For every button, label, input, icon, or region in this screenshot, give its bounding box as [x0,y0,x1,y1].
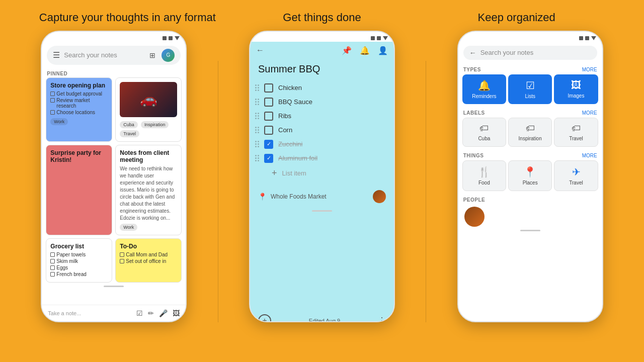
things-more[interactable]: MORE [582,153,597,158]
search-placeholder-3: Search your notes [480,49,591,56]
note-title-bbq: Summer BBQ [250,59,394,81]
tag-cuba[interactable]: Cuba [120,121,138,128]
note-surprise-party[interactable]: Surprise party for Kristin! [46,145,112,235]
status-signal [175,36,180,40]
type-images[interactable]: 🖼 Images [554,74,598,104]
take-note-text[interactable]: Take a note... [48,310,130,316]
location-bar: 📍 Whole Foods Market [250,186,394,207]
checklist-item-alfoil[interactable]: ✓ Aluminum foil [250,151,394,165]
note-client-meeting[interactable]: Notes from client meeting We need to ret… [115,145,182,235]
bottom-icons: ☑ ✏ 🎤 🖼 [136,309,180,317]
people-section [458,207,602,227]
images-label: Images [568,93,585,99]
phone2-nav-bar [312,210,332,212]
status-dot1 [163,36,167,40]
note-client-body: We need to rethink how we handle user ex… [120,165,177,222]
things-label: THINGS [463,153,484,158]
section-done: Get things done [225,10,420,26]
user-avatar[interactable]: G [162,49,175,62]
text-bbq: BBQ Sauce [278,98,312,106]
checkbox-icon[interactable]: ☑ [136,309,143,317]
location-text: Whole Foods Market [271,193,369,200]
checklist-item-bbq[interactable]: BBQ Sauce [250,95,394,109]
labels-label: LABELS [463,110,485,116]
menu-icon[interactable]: ☰ [53,50,60,60]
types-label: TYPES [463,67,481,72]
check-corn[interactable] [264,126,273,135]
text-ribs: Ribs [278,112,291,120]
layout-icon[interactable]: ⊞ [149,51,155,59]
image-icon[interactable]: 🖼 [173,309,180,317]
car-image-inner: 🚗 [120,82,177,117]
labels-header: LABELS MORE [458,107,602,118]
capture-title: Capture your thoughts in any format [39,10,216,26]
thing-travel[interactable]: ✈ Travel [554,160,598,191]
checklist-item-zucchini[interactable]: ✓ Zucchini [250,137,394,151]
thing-food[interactable]: 🍴 Food [462,160,506,191]
done-title: Get things done [283,10,361,26]
phone2-wrapper: ← 📌 🔔 👤 Summer BBQ [228,31,416,322]
search-bar-3[interactable]: ← Search your notes [463,46,597,60]
collaborator-icon[interactable]: 👤 [378,46,388,55]
pin-icon[interactable]: 📌 [342,46,352,55]
tag-inspiration-icon: 🏷 [526,123,535,134]
tag-work2[interactable]: Work [120,224,137,231]
back-button[interactable]: ← [256,46,264,55]
types-more[interactable]: MORE [582,67,597,72]
checklist-item-ribs[interactable]: Ribs [250,109,394,123]
divider-2 [426,61,426,322]
back-icon-3[interactable]: ← [469,49,476,57]
drag-handle-3 [255,113,259,119]
label-travel[interactable]: 🏷 Travel [554,118,598,147]
search-bar[interactable]: ☰ Search your notes ⊞ G [47,46,181,65]
check-bbq[interactable] [264,98,273,107]
section-organized: Keep organized [419,10,614,26]
checkbox-3 [50,110,55,115]
phones-container: ☰ Search your notes ⊞ G PINNED Store ope… [0,31,644,322]
drag-handle-1 [255,84,259,91]
tag-inspiration[interactable]: Inspiration [141,121,169,128]
add-item-row[interactable]: + List item [250,165,394,181]
types-grid: 🔔 Reminders ☑ Lists 🖼 Images [458,74,602,107]
label-inspiration[interactable]: 🏷 Inspiration [508,118,552,147]
type-lists[interactable]: ☑ Lists [508,74,552,104]
checklist: Chicken BBQ Sauce [250,81,394,165]
type-reminders[interactable]: 🔔 Reminders [462,74,506,104]
labels-grid: 🏷 Cuba 🏷 Inspiration 🏷 Travel [458,118,602,150]
reminders-label: Reminders [472,94,496,99]
phone2: ← 📌 🔔 👤 Summer BBQ [249,31,395,322]
note-car-image[interactable]: 🚗 Cuba Inspiration Travel [115,77,182,142]
checklist-item-corn[interactable]: Corn [250,123,394,137]
check-chicken[interactable] [264,83,273,93]
lists-label: Lists [525,94,535,99]
more-vert-icon[interactable]: ⋮ [378,316,386,322]
tag-work[interactable]: Work [50,118,68,125]
note-todo[interactable]: To-Do Call Mom and Dad Set out of office… [115,238,182,283]
add-note-button[interactable]: + [258,314,271,322]
check-alfoil[interactable]: ✓ [264,154,273,163]
check-ribs[interactable] [264,112,273,121]
tag-travel[interactable]: Travel [120,130,139,137]
checklist-item-chicken[interactable]: Chicken [250,81,394,95]
bell-icon[interactable]: 🔔 [360,46,370,55]
person-avatar-1[interactable] [464,207,485,227]
note-grocery[interactable]: Grocery list Paper towels Skim milk Eggs [46,238,112,283]
labels-more[interactable]: MORE [582,110,597,116]
text-corn: Corn [278,126,292,134]
grocery-title: Grocery list [50,243,108,250]
pencil-icon[interactable]: ✏ [148,309,154,317]
phone3-status-bar [458,32,602,42]
things-header: THINGS MORE [458,150,602,160]
note-store-opening[interactable]: Store opening plan Get budget approval R… [46,77,112,142]
notes-grid: Store opening plan Get budget approval R… [42,77,186,283]
add-plus-icon[interactable]: + [272,168,277,178]
tag-travel-icon: 🏷 [572,123,581,134]
thing-places[interactable]: 📍 Places [508,160,552,191]
label-cuba[interactable]: 🏷 Cuba [462,118,506,147]
note-item-3: Choose locations [50,110,108,115]
phone2-bg: ← 📌 🔔 👤 Summer BBQ [250,42,394,322]
places-label: Places [523,180,538,186]
divider-1 [218,61,218,322]
check-zucchini[interactable]: ✓ [264,140,273,149]
mic-icon[interactable]: 🎤 [159,309,168,317]
